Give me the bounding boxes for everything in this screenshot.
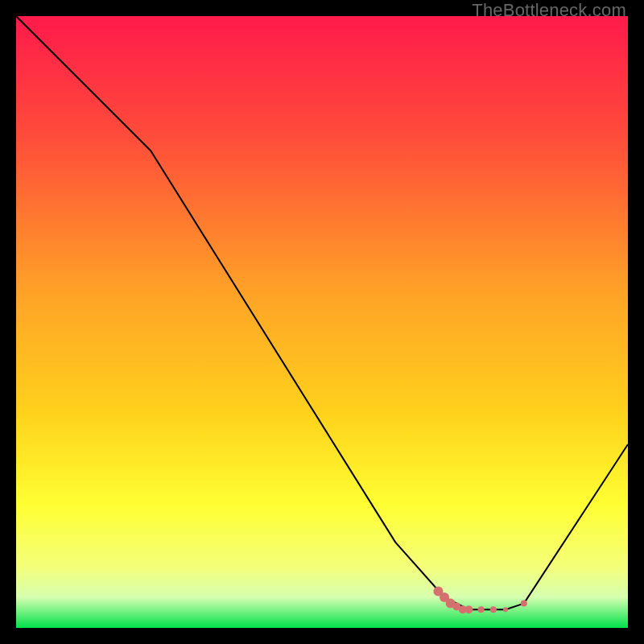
sweet-spot-point [478,606,485,613]
bottleneck-chart [16,16,628,628]
chart-frame [16,16,628,628]
sweet-spot-point [490,606,497,613]
sweet-spot-point [464,605,473,613]
sweet-spot-point [503,607,508,612]
sweet-spot-point [521,601,527,607]
